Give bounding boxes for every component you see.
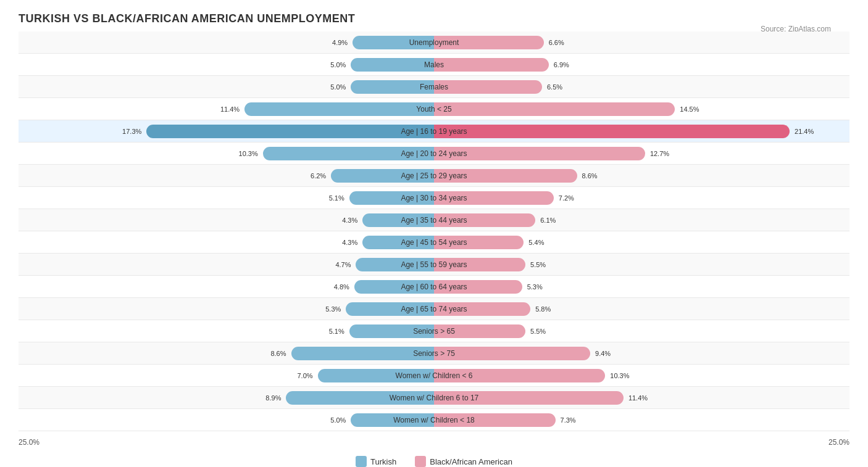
bar-area: 5.1% Age | 30 to 34 years 7.2% — [19, 187, 849, 209]
axis-min-label: 25.0% — [19, 438, 40, 447]
bar-left-turkish — [318, 369, 434, 382]
bar-right-black-african — [434, 58, 549, 72]
value-left: 4.7% — [335, 261, 351, 268]
value-left: 11.4% — [220, 105, 240, 113]
bar-left-turkish — [286, 391, 434, 405]
value-right: 7.2% — [559, 194, 574, 202]
bar-area: 17.3% Age | 16 to 19 years 21.4% — [19, 120, 849, 142]
value-right: 14.5% — [680, 105, 699, 113]
chart-row: 5.0% Females 6.5% — [19, 76, 849, 98]
value-left: 4.8% — [334, 283, 349, 291]
turkish-legend-label: Turkish — [370, 457, 396, 466]
black-african-legend-box — [415, 456, 426, 467]
bar-left-turkish — [351, 80, 434, 94]
value-right: 10.3% — [610, 372, 629, 379]
chart-row: 4.8% Age | 60 to 64 years 5.3% — [19, 276, 849, 298]
chart-row: 4.3% Age | 35 to 44 years 6.1% — [19, 209, 849, 231]
bar-area: 8.9% Women w/ Children 6 to 17 11.4% — [19, 387, 849, 408]
chart-row: 4.3% Age | 45 to 54 years 5.4% — [19, 231, 849, 254]
bar-left-turkish — [244, 102, 434, 116]
bar-right-black-african — [434, 280, 522, 294]
title-row: TURKISH VS BLACK/AFRICAN AMERICAN UNEMPL… — [19, 12, 849, 25]
bar-area: 5.1% Seniors > 65 5.5% — [19, 320, 849, 342]
black-african-legend-label: Black/African American — [430, 457, 512, 466]
axis-max-label: 25.0% — [828, 438, 849, 447]
bar-right-black-african — [434, 125, 790, 138]
bar-area: 4.7% Age | 55 to 59 years 5.5% — [19, 254, 849, 275]
legend-black-african: Black/African American — [415, 456, 512, 467]
value-right: 6.6% — [549, 39, 564, 46]
bar-area: 5.0% Females 6.5% — [19, 76, 849, 97]
bar-area: 4.8% Age | 60 to 64 years 5.3% — [19, 276, 849, 297]
bar-right-black-african — [434, 213, 535, 227]
bar-right-black-african — [434, 347, 590, 360]
bar-right-black-african — [434, 258, 525, 271]
value-right: 5.8% — [535, 305, 551, 313]
chart-row: 11.4% Youth < 25 14.5% — [19, 98, 849, 120]
chart-row: 5.1% Seniors > 65 5.5% — [19, 320, 849, 342]
bar-right-black-african — [434, 80, 542, 94]
value-left: 4.9% — [332, 39, 348, 46]
chart-title: TURKISH VS BLACK/AFRICAN AMERICAN UNEMPL… — [19, 12, 849, 25]
bar-right-black-african — [434, 102, 675, 116]
value-left: 7.0% — [297, 372, 312, 379]
chart-row: 5.0% Women w/ Children < 18 7.3% — [19, 409, 849, 431]
bar-left-turkish — [353, 36, 434, 49]
value-left: 6.2% — [311, 172, 326, 180]
value-left: 5.0% — [330, 61, 346, 68]
bar-area: 4.3% Age | 35 to 44 years 6.1% — [19, 209, 849, 231]
chart-row: 5.0% Males 6.9% — [19, 54, 849, 76]
value-right: 5.3% — [527, 283, 543, 291]
value-right: 9.4% — [595, 350, 611, 357]
bar-left-turkish — [263, 147, 434, 160]
legend: Turkish Black/African American — [19, 456, 849, 467]
value-left: 5.0% — [330, 83, 346, 91]
bar-left-turkish — [354, 280, 434, 294]
axis-row: 25.0% 25.0% — [19, 434, 849, 451]
bar-left-turkish — [356, 258, 434, 271]
bar-right-black-african — [434, 236, 524, 249]
value-left: 8.9% — [265, 394, 281, 402]
bar-right-black-african — [434, 369, 605, 382]
bar-right-black-african — [434, 324, 525, 338]
bar-left-turkish — [362, 236, 434, 249]
value-right: 11.4% — [628, 394, 648, 402]
value-right: 5.4% — [528, 239, 544, 246]
value-right: 6.1% — [540, 217, 556, 224]
value-left: 4.3% — [342, 217, 357, 224]
bar-area: 5.0% Women w/ Children < 18 7.3% — [19, 409, 849, 431]
chart-row: 4.7% Age | 55 to 59 years 5.5% — [19, 254, 849, 276]
value-right: 5.5% — [530, 328, 546, 335]
bar-left-turkish — [351, 58, 434, 72]
bar-left-turkish — [362, 213, 434, 227]
bar-area: 5.0% Males 6.9% — [19, 54, 849, 75]
bar-area: 5.3% Age | 65 to 74 years 5.8% — [19, 298, 849, 320]
chart-row: 8.9% Women w/ Children 6 to 17 11.4% — [19, 387, 849, 409]
value-right: 6.5% — [547, 83, 562, 91]
value-right: 6.9% — [554, 61, 569, 68]
bar-left-turkish — [291, 347, 435, 360]
bar-area: 8.6% Seniors > 75 9.4% — [19, 342, 849, 364]
bar-right-black-african — [434, 36, 544, 49]
bar-area: 10.3% Age | 20 to 24 years 12.7% — [19, 143, 849, 164]
value-left: 17.3% — [122, 128, 141, 135]
value-left: 5.1% — [329, 194, 344, 202]
chart-row: 8.6% Seniors > 75 9.4% — [19, 342, 849, 365]
bar-left-turkish — [351, 413, 434, 427]
bar-area: 4.9% Unemployment 6.6% — [19, 31, 849, 53]
value-right: 5.5% — [530, 261, 546, 268]
chart-row: 17.3% Age | 16 to 19 years 21.4% — [19, 120, 849, 143]
value-left: 5.3% — [325, 305, 341, 313]
bar-area: 6.2% Age | 25 to 29 years 8.6% — [19, 165, 849, 186]
bar-right-black-african — [434, 413, 556, 427]
bar-right-black-african — [434, 169, 577, 183]
bar-left-turkish — [146, 125, 434, 138]
chart-row: 4.9% Unemployment 6.6% — [19, 31, 849, 54]
chart-row: 5.1% Age | 30 to 34 years 7.2% — [19, 187, 849, 209]
value-left: 4.3% — [342, 239, 357, 246]
value-right: 7.3% — [561, 416, 576, 424]
bar-left-turkish — [346, 302, 434, 316]
bar-right-black-african — [434, 391, 624, 405]
bar-area: 7.0% Women w/ Children < 6 10.3% — [19, 365, 849, 386]
value-right: 12.7% — [650, 150, 669, 157]
